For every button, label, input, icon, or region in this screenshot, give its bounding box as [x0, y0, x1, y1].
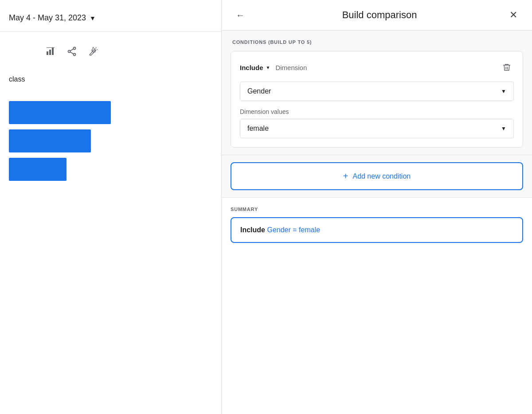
svg-line-11	[96, 47, 97, 48]
chart-label: class	[0, 62, 221, 88]
svg-line-8	[70, 52, 73, 54]
svg-point-6	[74, 54, 76, 56]
gender-dropdown[interactable]: Gender ▼	[240, 82, 514, 101]
summary-title: SUMMARY	[231, 207, 523, 212]
date-range-text: May 4 - May 31, 2023	[9, 13, 86, 23]
add-condition-label: Add new condition	[352, 172, 411, 180]
add-condition-section: + Add new condition	[222, 155, 532, 198]
female-dropdown[interactable]: female ▼	[240, 119, 514, 138]
date-header: May 4 - May 31, 2023 ▼	[0, 9, 221, 32]
summary-dimension-value: Gender = female	[267, 226, 320, 234]
svg-point-5	[68, 51, 70, 53]
chart-icon[interactable]	[44, 45, 57, 58]
date-chevron-icon[interactable]: ▼	[90, 15, 96, 22]
magic-icon[interactable]	[87, 45, 99, 58]
chart-area	[0, 88, 221, 185]
bar-row	[9, 129, 212, 152]
bar-3	[9, 158, 66, 181]
conditions-header: CONDITIONS (BUILD UP TO 5)	[222, 31, 532, 51]
dimension-label: Dimension	[275, 64, 500, 71]
svg-rect-0	[47, 51, 48, 55]
include-chevron-icon: ▼	[266, 65, 270, 70]
panel-header: ← Build comparison ✕	[222, 0, 532, 31]
summary-text: Include Gender = female	[240, 226, 320, 234]
summary-section: SUMMARY Include Gender = female	[222, 198, 532, 252]
add-new-condition-button[interactable]: + Add new condition	[231, 162, 523, 190]
include-button[interactable]: Include ▼	[240, 64, 270, 71]
dimension-values-label: Dimension values	[240, 108, 514, 115]
bar-row	[9, 101, 212, 124]
delete-condition-button[interactable]	[500, 60, 514, 74]
toolbar	[35, 41, 221, 62]
conditions-section: CONDITIONS (BUILD UP TO 5) Include ▼ Dim…	[222, 31, 532, 155]
svg-point-4	[74, 47, 76, 50]
condition-type-row: Include ▼ Dimension	[240, 60, 514, 74]
panel-body: CONDITIONS (BUILD UP TO 5) Include ▼ Dim…	[222, 31, 532, 414]
bar-2	[9, 129, 91, 152]
svg-rect-2	[52, 48, 54, 55]
female-dropdown-arrow: ▼	[501, 125, 506, 132]
bar-row	[9, 158, 212, 181]
svg-rect-3	[47, 47, 55, 48]
svg-rect-1	[49, 50, 51, 55]
summary-include-text: Include	[240, 226, 265, 234]
bar-1	[9, 101, 111, 124]
summary-box: Include Gender = female	[231, 217, 523, 243]
left-panel: May 4 - May 31, 2023 ▼	[0, 0, 222, 414]
panel-title: Build comparison	[254, 9, 505, 21]
conditions-title: CONDITIONS (BUILD UP TO 5)	[232, 39, 312, 45]
close-button[interactable]: ✕	[505, 7, 521, 23]
include-label: Include	[240, 64, 263, 71]
back-button[interactable]: ←	[232, 7, 248, 23]
right-panel: ← Build comparison ✕ CONDITIONS (BUILD U…	[222, 0, 532, 414]
add-condition-icon: +	[343, 171, 348, 181]
condition-card: Include ▼ Dimension Gender	[231, 51, 523, 148]
gender-value: Gender	[247, 87, 271, 95]
svg-line-7	[70, 49, 73, 51]
bar-chart	[9, 101, 212, 181]
female-value: female	[247, 125, 269, 133]
share-icon[interactable]	[66, 45, 78, 58]
gender-dropdown-arrow: ▼	[501, 88, 506, 94]
